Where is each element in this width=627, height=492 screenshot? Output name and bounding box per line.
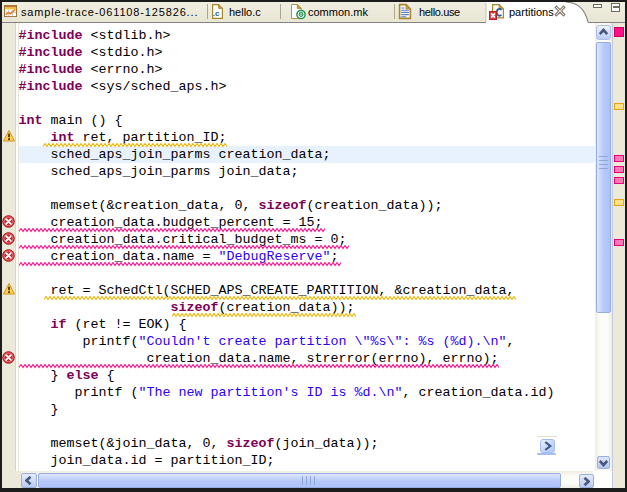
- svg-text:.c: .c: [213, 9, 220, 18]
